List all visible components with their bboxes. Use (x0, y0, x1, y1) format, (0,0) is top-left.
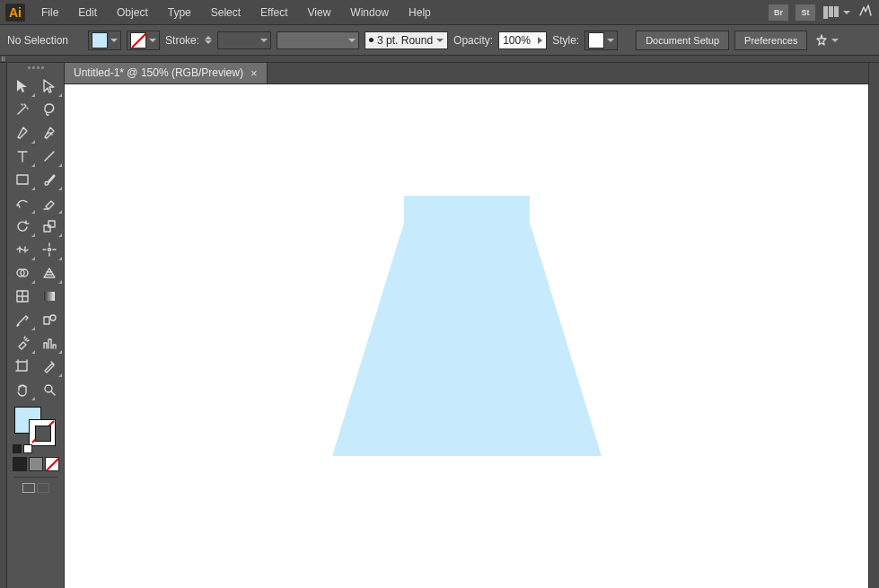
brush-label: 3 pt. Round (377, 34, 433, 47)
svg-rect-2 (48, 221, 55, 227)
fill-stroke-control[interactable] (11, 405, 61, 446)
control-bar: No Selection Stroke: 3 pt. Round Opacity… (0, 25, 879, 56)
chevron-down-icon (607, 39, 614, 42)
panel-collapse-strip[interactable] (0, 56, 879, 63)
brush-dot-icon (369, 38, 374, 42)
stroke-label: Stroke: (165, 34, 199, 47)
graphic-style-dropdown[interactable] (585, 31, 618, 50)
artboard-tool[interactable] (9, 355, 36, 378)
fill-swatch (92, 32, 108, 48)
free-transform-tool[interactable] (36, 238, 63, 261)
menu-view[interactable]: View (299, 3, 340, 22)
color-mode-color[interactable] (13, 457, 27, 471)
arrange-documents-button[interactable] (822, 5, 850, 20)
fill-color-dropdown[interactable] (88, 31, 121, 50)
stock-button[interactable]: St (795, 4, 815, 21)
chevron-down-icon (843, 11, 850, 14)
svg-rect-0 (17, 175, 28, 184)
direct-selection-tool[interactable] (36, 75, 63, 98)
svg-marker-12 (332, 196, 602, 456)
document-tab[interactable]: Untitled-1* @ 150% (RGB/Preview) × (65, 62, 268, 83)
chevron-down-icon (260, 39, 268, 42)
shaper-tool[interactable] (9, 191, 36, 215)
chevron-down-icon (831, 39, 839, 42)
close-tab-button[interactable]: × (251, 66, 258, 80)
chevron-down-icon (436, 39, 444, 42)
menu-window[interactable]: Window (341, 3, 398, 22)
slice-tool[interactable] (36, 355, 63, 378)
menu-effect[interactable]: Effect (251, 3, 296, 22)
line-segment-tool[interactable] (36, 145, 63, 168)
menu-select[interactable]: Select (202, 3, 250, 22)
chevron-right-icon (538, 37, 542, 44)
mesh-tool[interactable] (9, 285, 36, 308)
align-to-dropdown[interactable] (814, 33, 839, 48)
symbol-sprayer-tool[interactable] (9, 331, 36, 355)
app-logo: Ai (5, 4, 25, 22)
preferences-button[interactable]: Preferences (734, 31, 807, 50)
opacity-value: 100% (503, 34, 531, 47)
selection-tool[interactable] (9, 75, 36, 98)
svg-rect-7 (44, 292, 55, 301)
blend-tool[interactable] (36, 308, 63, 331)
canvas[interactable] (65, 84, 868, 588)
menu-file[interactable]: File (32, 3, 67, 22)
gradient-tool[interactable] (36, 285, 63, 308)
color-mode-gradient[interactable] (29, 457, 43, 471)
document-area: Untitled-1* @ 150% (RGB/Preview) × (65, 63, 868, 588)
lasso-tool[interactable] (36, 98, 63, 121)
stroke-weight-stepper[interactable] (205, 36, 212, 44)
magic-wand-tool[interactable] (9, 98, 36, 121)
artwork-shape[interactable] (332, 196, 602, 456)
eyedropper-tool[interactable] (9, 308, 36, 331)
document-setup-button[interactable]: Document Setup (636, 31, 729, 50)
svg-rect-1 (44, 225, 50, 232)
stroke-color-dropdown[interactable] (127, 31, 160, 50)
svg-point-9 (50, 315, 56, 320)
type-tool[interactable] (9, 145, 36, 168)
shape-builder-tool[interactable] (9, 261, 36, 285)
arrange-icon (822, 5, 839, 20)
brush-definition-dropdown[interactable]: 3 pt. Round (365, 31, 448, 49)
menu-type[interactable]: Type (159, 3, 200, 22)
style-label: Style: (552, 34, 579, 47)
rectangle-tool[interactable] (9, 168, 36, 191)
svg-point-3 (48, 249, 50, 251)
stroke-weight-dropdown[interactable] (217, 31, 271, 49)
opacity-field[interactable]: 100% (498, 31, 547, 49)
scale-tool[interactable] (36, 215, 63, 238)
color-mode-row (13, 457, 59, 471)
hand-tool[interactable] (9, 378, 36, 401)
width-tool[interactable] (9, 238, 36, 261)
opacity-label: Opacity: (453, 34, 493, 47)
paintbrush-tool[interactable] (36, 168, 63, 191)
variable-width-profile-dropdown[interactable] (277, 31, 359, 49)
bridge-button[interactable]: Br (769, 4, 788, 21)
stroke-box[interactable] (29, 419, 56, 446)
panel-grip[interactable] (18, 66, 54, 71)
screen-mode-row (22, 483, 49, 493)
document-tab-title: Untitled-1* @ 150% (RGB/Preview) (74, 66, 243, 79)
menu-help[interactable]: Help (400, 3, 440, 22)
curvature-tool[interactable] (36, 121, 63, 145)
column-graph-tool[interactable] (36, 331, 63, 355)
rotate-tool[interactable] (9, 215, 36, 238)
eraser-tool[interactable] (36, 191, 63, 215)
left-dock-strip[interactable] (0, 63, 7, 588)
chevron-down-icon (149, 39, 156, 42)
right-dock-strip[interactable] (868, 63, 879, 588)
pen-tool[interactable] (9, 121, 36, 145)
tools-panel (7, 63, 65, 588)
document-tab-bar: Untitled-1* @ 150% (RGB/Preview) × (65, 63, 868, 84)
gpu-performance-icon[interactable] (857, 4, 874, 21)
style-swatch (588, 32, 604, 48)
screen-mode-normal[interactable] (22, 483, 35, 493)
svg-rect-10 (18, 362, 27, 371)
menu-edit[interactable]: Edit (69, 3, 106, 22)
screen-mode-full[interactable] (37, 483, 49, 493)
menu-object[interactable]: Object (108, 3, 157, 22)
zoom-tool[interactable] (36, 378, 63, 401)
selection-status: No Selection (7, 34, 68, 47)
color-mode-none[interactable] (45, 457, 59, 471)
perspective-grid-tool[interactable] (36, 261, 63, 285)
